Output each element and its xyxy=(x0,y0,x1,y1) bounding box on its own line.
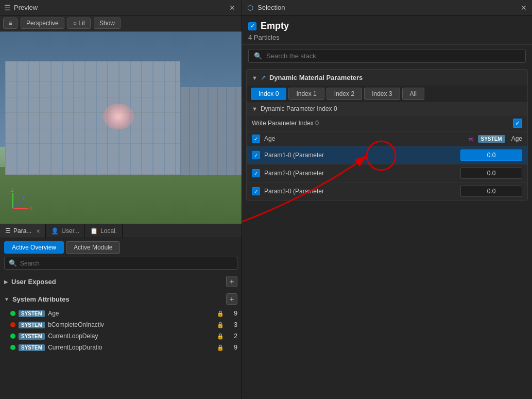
param-name-age: Age xyxy=(48,310,214,317)
lock-age: 🔒 xyxy=(217,310,224,317)
lit-icon: ○ xyxy=(73,20,77,27)
badge-loopdelay: SYSTEM xyxy=(19,333,45,340)
param3-checkbox[interactable]: ✓ xyxy=(252,187,260,195)
selection-close-button[interactable]: ✕ xyxy=(521,4,527,12)
right-panel: ⬡ Selection ✕ ✓ Empty 4 Particles 🔍 ▼ ↗ … xyxy=(242,0,532,399)
show-button[interactable]: Show xyxy=(94,18,121,29)
param-name-loopduration: CurrentLoopDuratio xyxy=(48,344,214,351)
system-attributes-section[interactable]: ▼ System Attributes + xyxy=(4,290,237,308)
perspective-button[interactable]: Perspective xyxy=(21,18,64,29)
param-row-bcomplete: SYSTEM bCompleteOnInactiv 🔒 3 xyxy=(4,319,237,330)
param1-checkbox[interactable]: ✓ xyxy=(252,151,260,159)
building-floors xyxy=(5,77,180,175)
param-value-bcomplete: 3 xyxy=(227,321,237,328)
param-entry-age: ✓ Age ∞ SYSTEM Age xyxy=(247,131,527,146)
tab-local[interactable]: 📋 Local. xyxy=(85,224,123,238)
svg-text:Y: Y xyxy=(22,195,25,201)
dyn-param-label: Dynamic Parameter Index 0 xyxy=(261,105,337,112)
checkmark: ✓ xyxy=(250,23,255,29)
params-search-input[interactable] xyxy=(20,260,233,267)
svg-text:Z: Z xyxy=(11,188,14,193)
user-exposed-title: User Exposed xyxy=(11,278,223,286)
param-row-loopduration: SYSTEM CurrentLoopDuratio 🔒 9 xyxy=(4,342,237,353)
active-module-tab[interactable]: Active Module xyxy=(66,241,120,254)
entity-checkbox[interactable]: ✓ xyxy=(248,22,256,30)
module-header[interactable]: ▼ ↗ Dynamic Material Parameters xyxy=(247,70,527,86)
param3-input[interactable] xyxy=(460,186,522,197)
parameters-tab-close[interactable]: ✕ xyxy=(36,228,40,234)
system-attributes-chevron: ▼ xyxy=(4,296,9,302)
viewport-background: X Z Y xyxy=(0,31,242,224)
tab-parameters[interactable]: ☰ Para... ✕ xyxy=(0,224,46,238)
active-overview-tab[interactable]: Active Overview xyxy=(4,241,64,254)
module-section: ▼ ↗ Dynamic Material Parameters Index 0 … xyxy=(246,69,528,201)
param-entry-param3: ✓ Param3-0 (Parameter xyxy=(247,182,527,200)
menu-button[interactable]: ≡ xyxy=(3,18,18,29)
tab-user[interactable]: 👤 User... xyxy=(46,224,85,238)
side-building xyxy=(180,87,242,175)
ground xyxy=(0,167,242,224)
search-stack-icon: 🔍 xyxy=(254,52,262,60)
index-2-tab[interactable]: Index 2 xyxy=(327,88,362,100)
preview-title: Preview xyxy=(14,4,38,11)
bottom-tabs-row: ☰ Para... ✕ 👤 User... 📋 Local. xyxy=(0,224,242,238)
age-param-label: Age xyxy=(264,135,465,142)
system-attributes-add-button[interactable]: + xyxy=(226,293,237,305)
param1-input[interactable] xyxy=(460,149,522,161)
dot-loopdelay xyxy=(10,334,15,339)
age-param-checkbox[interactable]: ✓ xyxy=(252,135,260,143)
param1-label: Param1-0 (Parameter xyxy=(264,152,456,159)
write-param-checkbox[interactable]: ✓ xyxy=(513,119,522,128)
age-linked-label: Age xyxy=(511,135,522,142)
params-search-bar: 🔍 xyxy=(4,257,237,270)
module-chevron-icon: ▼ xyxy=(252,75,258,81)
user-exposed-section[interactable]: ▶ User Exposed + xyxy=(4,273,237,290)
axis-widget: X Z Y xyxy=(8,188,33,213)
preview-close-button[interactable]: ✕ xyxy=(227,4,237,12)
parameters-icon: ☰ xyxy=(5,227,11,235)
param-value-age: 9 xyxy=(227,310,237,317)
view-tabs-row: Active Overview Active Module xyxy=(0,238,242,257)
dyn-param-chevron-icon: ▼ xyxy=(252,106,258,112)
lock-loopduration: 🔒 xyxy=(217,344,224,351)
side-building-windows xyxy=(180,87,242,175)
write-param-label: Write Parameter Index 0 xyxy=(252,120,509,127)
dyn-param-row: ▼ Dynamic Parameter Index 0 xyxy=(247,102,527,115)
system-attributes-title: System Attributes xyxy=(12,295,223,303)
age-checkmark: ✓ xyxy=(254,136,258,142)
selection-header: ⬡ Selection ✕ xyxy=(242,0,532,15)
bottom-panel: ☰ Para... ✕ 👤 User... 📋 Local. Active Ov… xyxy=(0,224,242,399)
param-value-loopduration: 9 xyxy=(227,344,237,351)
params-list: ▶ User Exposed + ▼ System Attributes + S… xyxy=(0,273,242,399)
svg-text:X: X xyxy=(29,206,32,211)
index-1-tab[interactable]: Index 1 xyxy=(288,88,324,100)
param2-checkbox[interactable]: ✓ xyxy=(252,169,260,177)
index-all-tab[interactable]: All xyxy=(402,88,424,100)
write-checkmark: ✓ xyxy=(515,120,520,127)
write-param-row: Write Parameter Index 0 ✓ xyxy=(247,115,527,131)
search-stack-input[interactable] xyxy=(266,52,520,60)
index-0-tab[interactable]: Index 0 xyxy=(251,88,286,100)
viewport-toolbar: ≡ Perspective ○ Lit Show xyxy=(0,15,242,31)
preview-icon: ☰ xyxy=(4,4,11,12)
params-search-icon: 🔍 xyxy=(9,259,17,267)
param-name-loopdelay: CurrentLoopDelay xyxy=(48,332,214,340)
lit-button[interactable]: ○ Lit xyxy=(67,18,91,29)
index-3-tab[interactable]: Index 3 xyxy=(364,88,400,100)
user-exposed-add-button[interactable]: + xyxy=(226,276,237,287)
entity-name-row: ✓ Empty xyxy=(248,21,526,31)
particle-effect xyxy=(103,104,134,129)
particle-count: 4 Particles xyxy=(248,34,526,41)
age-system-badge: SYSTEM xyxy=(478,135,505,143)
dot-loopduration xyxy=(10,345,15,350)
index-tabs-row: Index 0 Index 1 Index 2 Index 3 All xyxy=(247,86,527,102)
lock-bcomplete: 🔒 xyxy=(217,322,224,328)
param2-input[interactable] xyxy=(460,168,522,179)
left-panel: ☰ Preview ✕ ≡ Perspective ○ Lit Show xyxy=(0,0,242,399)
viewport[interactable]: X Z Y xyxy=(0,31,242,224)
preview-header: ☰ Preview ✕ xyxy=(0,0,242,15)
param-entry-param2: ✓ Param2-0 (Parameter xyxy=(247,164,527,182)
param-row-age: SYSTEM Age 🔒 9 xyxy=(4,308,237,319)
building xyxy=(5,61,180,175)
param-row-loopdelay: SYSTEM CurrentLoopDelay 🔒 2 xyxy=(4,330,237,342)
